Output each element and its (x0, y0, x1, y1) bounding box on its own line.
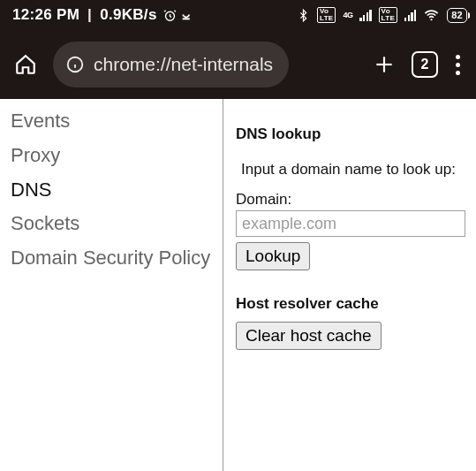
home-button[interactable] (11, 49, 41, 80)
signal-icon-2 (404, 10, 416, 21)
status-time: 12:26 PM (12, 6, 79, 24)
sidebar-item-events[interactable]: Events (11, 104, 214, 139)
alarm-icon (162, 8, 178, 23)
menu-button[interactable] (450, 49, 465, 80)
sidebar-item-proxy[interactable]: Proxy (11, 139, 214, 173)
new-tab-button[interactable] (369, 49, 399, 80)
host-resolver-cache-section: Host resolver cache Clear host cache (236, 295, 476, 350)
url-text: chrome://net-internals (94, 54, 273, 75)
lookup-button[interactable]: Lookup (236, 242, 310, 270)
sidebar-item-dns[interactable]: DNS (11, 173, 214, 208)
svg-point-1 (431, 19, 433, 20)
domain-field-label: Domain: (236, 191, 476, 209)
address-bar[interactable]: chrome://net-internals (53, 42, 289, 87)
dns-lookup-hint: Input a domain name to look up: (241, 161, 476, 179)
sidebar-item-sockets[interactable]: Sockets (11, 207, 214, 241)
net-internals-page: Events Proxy DNS Sockets Domain Security… (0, 99, 476, 471)
dns-lookup-section: DNS lookup Input a domain name to look u… (236, 125, 476, 270)
sidebar-item-label: Events (11, 110, 70, 132)
status-net-speed: 0.9KB/s (100, 6, 156, 24)
main-panel: DNS lookup Input a domain name to look u… (223, 99, 476, 471)
status-separator: | (85, 6, 94, 24)
sidebar-item-domain-security-policy[interactable]: Domain Security Policy (11, 241, 214, 276)
sidebar-item-label: Sockets (11, 212, 79, 234)
wifi-icon (423, 7, 440, 24)
signal-icon-1 (359, 10, 371, 21)
bluetooth-icon (297, 9, 310, 22)
section-title: Host resolver cache (236, 295, 476, 313)
sidebar-item-label: DNS (11, 179, 51, 201)
sync-icon: ⏓ (183, 8, 191, 23)
sidebar-item-label: Proxy (11, 144, 60, 166)
network-type-icon: 4G (343, 11, 352, 19)
section-title: DNS lookup (236, 125, 476, 143)
domain-input[interactable] (236, 210, 465, 237)
tab-switcher-button[interactable]: 2 (412, 51, 438, 78)
chrome-toolbar: chrome://net-internals 2 (0, 30, 476, 99)
android-status-bar: 12:26 PM | 0.9KB/s ⏓ VoLTE 4G VoLTE 82 (0, 0, 476, 30)
volte-icon-2: VoLTE (379, 7, 397, 23)
volte-icon-1: VoLTE (317, 7, 336, 23)
battery-icon: 82 (447, 8, 467, 23)
tab-count: 2 (421, 57, 429, 72)
site-info-icon[interactable] (65, 55, 85, 74)
sidebar: Events Proxy DNS Sockets Domain Security… (0, 99, 223, 471)
sidebar-item-label: Domain Security Policy (11, 247, 210, 269)
clear-host-cache-button[interactable]: Clear host cache (236, 322, 382, 350)
